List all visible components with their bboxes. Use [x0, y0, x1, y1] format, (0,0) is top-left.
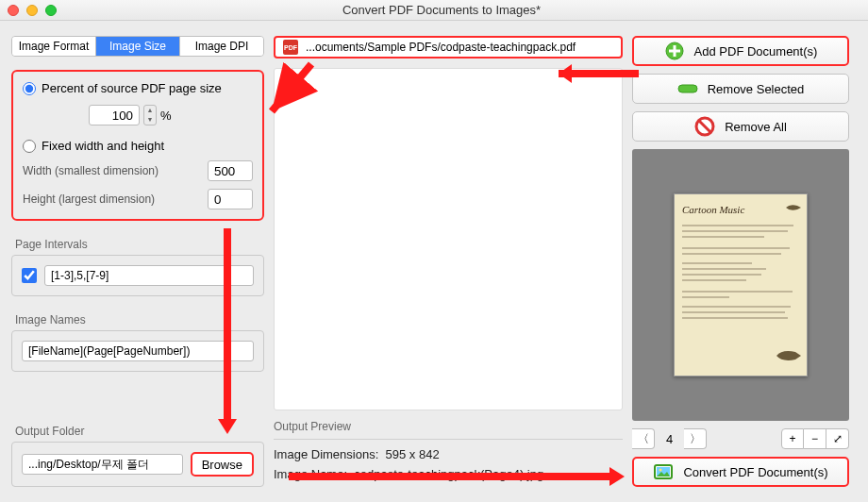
- minus-icon: [677, 78, 698, 99]
- intervals-field[interactable]: [44, 265, 254, 286]
- width-label: Width (smallest dimension): [23, 164, 159, 177]
- height-field[interactable]: [208, 189, 253, 209]
- horn-icon: [784, 202, 801, 213]
- image-names-field[interactable]: [22, 341, 254, 361]
- remove-all-button[interactable]: Remove All: [632, 111, 849, 142]
- titlebar: Convert PDF Documents to Images*: [0, 0, 868, 21]
- convert-button[interactable]: Convert PDF Document(s): [632, 457, 849, 487]
- output-preview-label: Output Preview: [274, 420, 623, 433]
- no-entry-icon: [694, 116, 715, 137]
- window-title: Convert PDF Documents to Images*: [8, 3, 868, 17]
- tab-image-dpi[interactable]: Image DPI: [180, 37, 263, 56]
- zoom-in-button[interactable]: +: [781, 428, 804, 449]
- page-thumbnail: Cartoon Music: [632, 149, 849, 421]
- file-list-canvas[interactable]: [274, 68, 623, 410]
- percent-stepper[interactable]: ▲▼: [143, 105, 157, 126]
- file-list-item[interactable]: PDF ...ocuments/Sample PDFs/codpaste-tea…: [274, 36, 623, 59]
- name-value: codpaste-teachingpack(Page4).jpg: [354, 467, 543, 481]
- percent-radio-label: Percent of source PDF page size: [42, 81, 222, 95]
- output-path-field[interactable]: [22, 454, 183, 475]
- width-field[interactable]: [208, 160, 253, 181]
- image-icon: [653, 461, 674, 482]
- percent-radio[interactable]: [23, 82, 36, 95]
- horn-large-icon: [775, 347, 801, 364]
- plus-icon: [664, 41, 685, 61]
- zoom-out-button[interactable]: −: [804, 428, 826, 449]
- size-mode-tabs: Image Format Image Size Image DPI: [11, 36, 264, 57]
- fixed-radio-label: Fixed width and height: [42, 139, 164, 153]
- tab-image-format[interactable]: Image Format: [12, 37, 96, 56]
- dim-label: Image Dimensions:: [274, 447, 378, 461]
- svg-rect-3: [678, 85, 697, 92]
- percent-unit: %: [160, 109, 172, 123]
- pdf-icon: PDF: [283, 40, 298, 55]
- height-label: Height (largest dimension): [23, 192, 155, 206]
- remove-selected-label: Remove Selected: [708, 82, 805, 96]
- pager: 〈 4 〉 + − ⤢: [632, 428, 849, 449]
- file-path: ...ocuments/Sample PDFs/codpaste-teachin…: [306, 41, 576, 54]
- page-intervals-label: Page Intervals: [15, 238, 264, 251]
- percent-field[interactable]: [89, 105, 140, 126]
- tab-image-size[interactable]: Image Size: [96, 37, 180, 56]
- output-folder-label: Output Folder: [15, 425, 264, 438]
- next-page-button[interactable]: 〉: [684, 428, 707, 449]
- add-pdf-button[interactable]: Add PDF Document(s): [632, 36, 849, 66]
- page-number: 4: [660, 432, 678, 446]
- dim-value: 595 x 842: [386, 447, 440, 461]
- remove-selected-button[interactable]: Remove Selected: [632, 74, 849, 104]
- remove-all-label: Remove All: [725, 120, 787, 134]
- thumb-title: Cartoon Music: [682, 204, 799, 215]
- output-preview-box: Image Dimensions: 595 x 842 Image Name: …: [274, 439, 623, 481]
- intervals-checkbox[interactable]: [22, 268, 37, 283]
- add-pdf-label: Add PDF Document(s): [694, 44, 818, 59]
- svg-point-8: [659, 469, 662, 472]
- fullscreen-button[interactable]: ⤢: [826, 428, 849, 449]
- convert-label: Convert PDF Document(s): [683, 465, 827, 479]
- prev-page-button[interactable]: 〈: [632, 428, 655, 449]
- name-label: Image Name:: [274, 467, 347, 481]
- image-names-label: Image Names: [15, 313, 264, 326]
- image-size-group: Percent of source PDF page size ▲▼ % Fix…: [11, 70, 264, 221]
- fixed-radio[interactable]: [23, 140, 36, 153]
- svg-rect-2: [669, 50, 680, 53]
- browse-button[interactable]: Browse: [191, 452, 254, 477]
